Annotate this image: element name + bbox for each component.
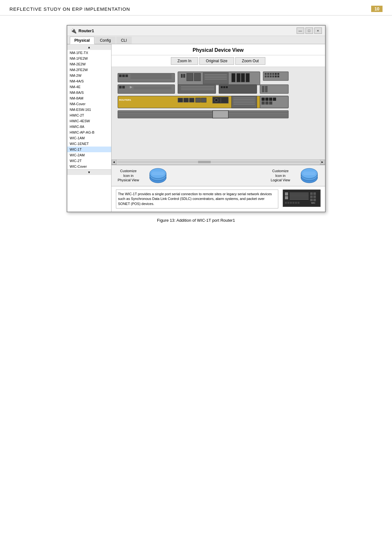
svg-rect-21 [241, 73, 245, 82]
svg-rect-32 [270, 75, 272, 77]
list-item[interactable]: WIC-1AM [67, 135, 111, 141]
svg-rect-9 [181, 74, 182, 78]
title-bar-controls: — □ × [297, 27, 322, 34]
title-bar-left: 🔌 Router1 [70, 28, 94, 34]
zoom-out-button[interactable]: Zoom Out [235, 57, 265, 65]
module-list[interactable]: ▲ NM-1FE-TX NM-1FE2W NM-2E2W NM-2FE2W NM… [67, 44, 112, 212]
list-item[interactable]: WIC-Cover [67, 164, 111, 169]
scroll-track [117, 161, 319, 163]
list-item[interactable]: NM-ESW-161 [67, 107, 111, 112]
svg-rect-117 [295, 202, 297, 204]
original-size-button[interactable]: Original Size [199, 57, 234, 65]
list-item[interactable]: NM-1FE2W [67, 56, 111, 61]
right-panel: Physical Device View Zoom In Original Si… [112, 44, 325, 212]
list-item[interactable]: NM-1FE-TX [67, 50, 111, 56]
list-item[interactable]: HWIC-8A [67, 124, 111, 129]
svg-rect-116 [292, 202, 294, 204]
svg-rect-114 [287, 202, 289, 204]
scroll-down-button[interactable]: ▼ [67, 169, 111, 175]
svg-rect-55 [178, 98, 183, 102]
svg-rect-26 [270, 73, 272, 75]
figure-container: 🔌 Router1 — □ × Physical Config CLI ▲ NM… [0, 15, 392, 232]
svg-rect-34 [275, 75, 277, 77]
close-button[interactable]: × [314, 27, 322, 34]
list-item[interactable]: HWIC-2T [67, 112, 111, 118]
customize-physical-label: CustomizeIcon inPhysical View [118, 169, 139, 182]
svg-rect-10 [183, 74, 184, 78]
list-item[interactable]: HWIC-4ESW [67, 118, 111, 124]
svg-rect-56 [184, 98, 189, 102]
list-item-selected[interactable]: WIC-1T [67, 147, 111, 152]
svg-text:WIC: WIC [311, 202, 316, 204]
minimize-button[interactable]: — [297, 27, 304, 34]
list-item[interactable]: WIC-2AM [67, 152, 111, 158]
list-item[interactable]: NM-Cover [67, 101, 111, 107]
svg-rect-24 [265, 73, 267, 75]
router-icon: 🔌 [70, 28, 77, 34]
svg-rect-28 [275, 73, 277, 75]
router-logical-svg [300, 168, 319, 184]
list-item[interactable]: WIC-1ENET [67, 141, 111, 147]
svg-rect-25 [267, 73, 269, 75]
scroll-up-button[interactable]: ▲ [67, 44, 111, 50]
restore-button[interactable]: □ [305, 27, 313, 34]
svg-rect-31 [267, 75, 269, 77]
title-bar-title: Router1 [79, 28, 94, 33]
svg-rect-48 [223, 86, 225, 88]
svg-rect-13 [194, 73, 201, 81]
scroll-left-button[interactable]: ◄ [112, 160, 117, 165]
svg-rect-20 [237, 73, 240, 82]
svg-rect-99 [285, 192, 288, 196]
svg-rect-3 [125, 75, 128, 77]
figure-caption: Figure 13: Addition of WIC-1T port Route… [157, 218, 235, 223]
svg-rect-73 [273, 98, 276, 101]
svg-rect-71 [265, 98, 268, 101]
tab-cli[interactable]: CLI [116, 37, 132, 44]
svg-rect-112 [313, 199, 316, 201]
svg-rect-1 [119, 75, 122, 77]
svg-rect-2 [122, 75, 125, 77]
physical-router-icon [148, 168, 167, 184]
tab-config[interactable]: Config [95, 37, 116, 44]
description-text: The WIC-1T provides a single port serial… [116, 190, 278, 208]
svg-rect-58 [196, 98, 201, 102]
logical-router-icon [300, 168, 319, 184]
zoom-controls: Zoom In Original Size Zoom Out [112, 55, 325, 67]
svg-rect-47 [221, 86, 223, 88]
svg-rect-30 [265, 75, 267, 77]
list-item[interactable]: NM-2W [67, 73, 111, 78]
list-item[interactable]: NM-2E2W [67, 61, 111, 67]
svg-rect-33 [272, 75, 274, 77]
svg-rect-22 [246, 73, 250, 82]
device-display[interactable]: ROUTER1 [112, 67, 325, 160]
svg-rect-12 [187, 73, 193, 81]
scroll-thumb[interactable] [198, 161, 211, 163]
page-header: REFLECTIVE STUDY ON ERP IMPLEMENTATION 1… [0, 0, 392, 15]
svg-rect-81 [213, 111, 228, 118]
svg-rect-37 [119, 86, 122, 88]
list-item[interactable]: NM-2FE2W [67, 67, 111, 73]
tab-physical[interactable]: Physical [70, 37, 95, 44]
zoom-in-button[interactable]: Zoom In [171, 57, 198, 65]
svg-rect-46 [219, 85, 257, 93]
router-physical-svg [148, 168, 167, 184]
scroll-right-button[interactable]: ► [320, 160, 325, 165]
svg-rect-118 [298, 202, 299, 204]
svg-rect-74 [262, 101, 265, 105]
module-diagram: WIC [283, 190, 320, 206]
list-item[interactable]: NM-8A/S [67, 90, 111, 95]
list-item[interactable]: NM-8AM [67, 95, 111, 101]
horizontal-scrollbar[interactable]: ◄ ► [112, 160, 325, 165]
svg-rect-52 [265, 86, 268, 92]
svg-rect-115 [290, 202, 292, 204]
svg-rect-36 [118, 85, 175, 93]
list-item[interactable]: HWIC-AP-AG-B [67, 129, 111, 135]
list-item[interactable]: NM-4E [67, 84, 111, 90]
description-image: WIC [283, 190, 321, 207]
customize-logical-group: CustomizeIcon inLogical View [271, 169, 290, 182]
list-item[interactable]: WIC-2T [67, 158, 111, 164]
up-arrow-icon: ▲ [87, 45, 91, 49]
tab-bar: Physical Config CLI [67, 36, 325, 44]
svg-point-61 [215, 99, 218, 102]
list-item[interactable]: NM-4A/S [67, 78, 111, 84]
